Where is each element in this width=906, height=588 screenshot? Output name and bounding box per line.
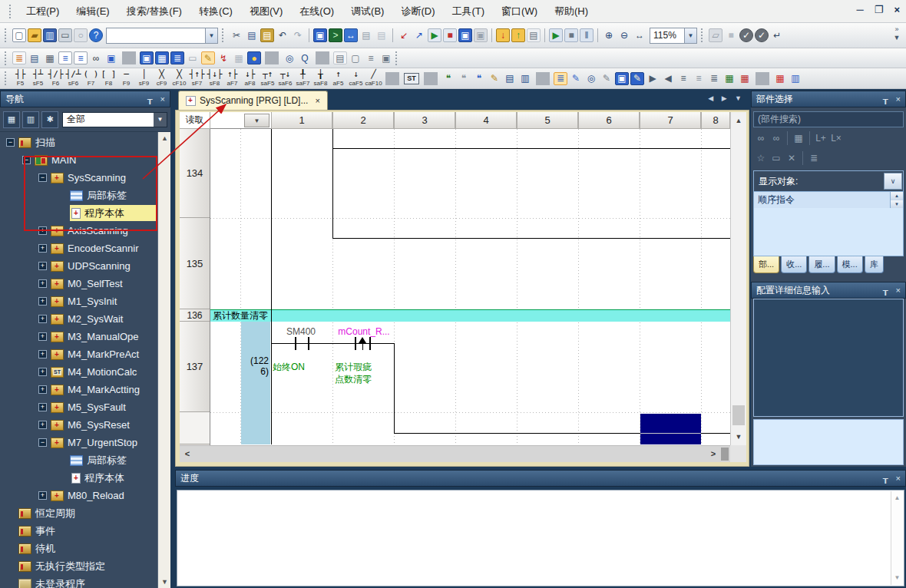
doc-gray2-icon[interactable]: ▤: [375, 28, 389, 42]
selection-cursor[interactable]: [640, 414, 701, 444]
block-left-icon[interactable]: ◀: [661, 72, 675, 85]
ladder-symbol-button[interactable]: ┬↑saF5: [259, 69, 276, 88]
tree-expander-icon[interactable]: [38, 491, 47, 500]
device-tree-icon[interactable]: ≣: [170, 51, 184, 64]
contact-sm400[interactable]: [295, 337, 296, 350]
tree-item-m0-selftest[interactable]: M0_SelfTest: [0, 275, 157, 292]
ladder-symbol-button[interactable]: ╀saF7: [294, 69, 312, 88]
tree-item-m7-urgentstop[interactable]: M7_UrgentStop: [0, 434, 157, 451]
ladder-symbol-button[interactable]: ┤↓├sF8: [206, 69, 223, 88]
statement-gray-icon[interactable]: ❝: [457, 72, 471, 85]
close-icon[interactable]: ×: [896, 94, 901, 104]
rung-title-band[interactable]: 累计数量清零: [210, 309, 730, 322]
device-edit-blue-icon[interactable]: ✎: [630, 72, 644, 85]
pin-icon[interactable]: ┰: [883, 286, 888, 295]
separator[interactable]: [122, 51, 136, 64]
read-from-plc-icon[interactable]: ↗: [412, 28, 426, 42]
separator[interactable]: [809, 131, 810, 145]
tree-expander-icon[interactable]: [38, 421, 47, 429]
ladder-symbol-button[interactable]: ┬↓saF6: [276, 69, 294, 88]
device-rw-icon[interactable]: ↔: [344, 28, 358, 42]
list-view-icon[interactable]: ≡: [58, 51, 72, 64]
tree-item-axisscanning[interactable]: AxisScanning: [0, 222, 157, 239]
editor-vertical-scrollbar[interactable]: ▲ ▼: [730, 112, 746, 445]
save-icon[interactable]: ▥: [43, 28, 57, 42]
doc-find-icon[interactable]: ▤: [503, 72, 517, 85]
monitor-start-icon[interactable]: ▶: [549, 28, 563, 42]
parts-tab[interactable]: 模...: [837, 256, 863, 273]
restore-button[interactable]: ❐: [875, 3, 884, 17]
tree-item-udpscanning[interactable]: UDPScanning: [0, 257, 157, 275]
tree-expander-icon[interactable]: [38, 173, 47, 182]
window-icon[interactable]: ▢: [349, 51, 362, 64]
device-gray-icon[interactable]: ▣: [474, 28, 488, 42]
tree-expander-icon[interactable]: [38, 350, 47, 358]
monitor-pause-icon[interactable]: ‖: [580, 28, 594, 42]
ladder-symbol-button[interactable]: ╳cF10: [170, 69, 188, 88]
device-blue-icon[interactable]: ▣: [458, 28, 472, 42]
device-monitor-icon[interactable]: ▣: [313, 28, 327, 42]
separator[interactable]: [597, 28, 598, 42]
note-edit-icon[interactable]: ✎: [488, 72, 501, 85]
pin-icon[interactable]: ┰: [147, 94, 153, 104]
tree-expander-icon[interactable]: [38, 438, 47, 447]
label-del-icon[interactable]: L×: [829, 131, 843, 145]
parts-tab[interactable]: 库: [865, 256, 884, 273]
separator[interactable]: [309, 28, 309, 42]
menu-item[interactable]: 编辑(E): [68, 2, 117, 21]
delete-icon[interactable]: ✕: [785, 151, 799, 165]
doc-find-2-icon[interactable]: ▥: [518, 72, 532, 85]
paste-icon[interactable]: ▤: [260, 28, 274, 42]
copy-icon[interactable]: ▤: [245, 28, 259, 42]
history-icon[interactable]: ○: [74, 28, 88, 42]
parts-tab[interactable]: 部...: [753, 256, 779, 273]
doc-gray-icon[interactable]: ▤: [359, 28, 373, 42]
progress-scrollbar[interactable]: ▲▼: [891, 491, 903, 585]
tree-item-m3-manualope[interactable]: M3_ManualOpe: [0, 328, 157, 345]
tree-item-no-exec-type[interactable]: 无执行类型指定: [0, 557, 157, 575]
device-grid-icon[interactable]: ▦: [155, 51, 169, 64]
project-tree-icon[interactable]: ≣: [12, 51, 26, 64]
settings-gear-icon[interactable]: ✱: [41, 111, 58, 128]
device-q-icon[interactable]: Q: [298, 51, 312, 64]
verify-start-icon[interactable]: ▶: [428, 28, 441, 42]
separator[interactable]: [536, 72, 550, 85]
device-comment-icon[interactable]: ▣: [140, 51, 154, 64]
pointer-tool-icon[interactable]: ▱: [709, 28, 722, 42]
tree-item-m2-syswait[interactable]: M2_SysWait: [0, 310, 157, 328]
ladder-symbol-button[interactable]: ┤↑├sF7: [188, 69, 206, 88]
detail-input-area[interactable]: [753, 299, 904, 417]
device-eye-icon[interactable]: ●: [247, 51, 261, 64]
jump-doc-icon[interactable]: ▤: [527, 28, 541, 42]
editor-horizontal-scrollbar[interactable]: < >: [180, 445, 730, 462]
jump-read-icon[interactable]: ↑: [511, 28, 525, 42]
undo-icon[interactable]: ↶: [276, 28, 289, 42]
tree-item-m4-markpreact[interactable]: M4_MarkPreAct: [0, 345, 157, 363]
module-config-icon[interactable]: ▤: [28, 51, 41, 64]
window-2-icon[interactable]: ▣: [379, 51, 393, 64]
menu-item[interactable]: 在线(O): [291, 2, 342, 21]
display-target-dropdown[interactable]: ∨: [884, 173, 902, 190]
align-bottom-icon[interactable]: ≡: [692, 72, 706, 85]
ladder-symbol-button[interactable]: ↓├aF8: [241, 69, 259, 88]
tree-expander-icon[interactable]: [38, 403, 47, 411]
toolbar-overflow[interactable]: »▼: [891, 25, 903, 42]
ladder-symbol-button[interactable]: ↑├aF7: [223, 69, 241, 88]
find-icon[interactable]: ∞: [754, 131, 768, 145]
tab-close-icon[interactable]: ×: [315, 96, 319, 105]
io-edit-icon[interactable]: ✎: [201, 51, 215, 64]
tree-item-sysscanning[interactable]: SysScanning: [0, 169, 157, 187]
ladder-symbol-button[interactable]: ┤├F5: [12, 69, 29, 88]
card-gray-icon[interactable]: ▭: [186, 51, 200, 64]
block-right-icon[interactable]: ▶: [646, 72, 660, 85]
align-top-icon[interactable]: ≡: [676, 72, 690, 85]
zoom-level-combo[interactable]: 115%▼: [650, 28, 697, 44]
detail-preview-area[interactable]: [753, 419, 904, 465]
ladder-symbol-button[interactable]: │sF9: [135, 69, 153, 88]
separator[interactable]: [316, 51, 329, 64]
help-icon[interactable]: ?: [89, 28, 103, 42]
grid-blue-icon[interactable]: ▥: [789, 72, 802, 85]
tree-item-m5-sysfault[interactable]: M5_SysFault: [0, 398, 157, 416]
ladder-grid[interactable]: 累计数量清零 (1226) SM400 始终ON: [210, 129, 730, 445]
redo-icon[interactable]: ↷: [291, 28, 305, 42]
